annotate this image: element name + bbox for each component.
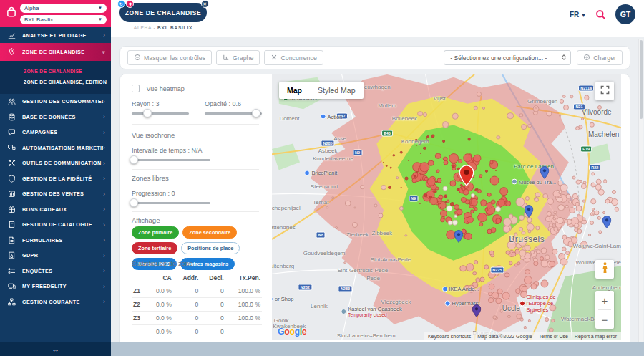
data-circle-marker[interactable] [598,230,602,234]
fullscreen-button[interactable] [595,82,614,100]
data-circle-marker[interactable] [439,195,444,200]
data-circle-marker[interactable] [470,198,478,206]
sidebar-item-zone[interactable]: ZONE DE CHALANDISE▾ [0,43,111,61]
data-circle-marker[interactable] [474,260,479,264]
data-circle-marker[interactable] [495,170,497,171]
sidebar-item-surveys[interactable]: ENQUÊTES› [0,264,111,279]
data-circle-marker[interactable] [437,201,441,205]
progression-slider[interactable] [132,198,210,207]
data-circle-marker[interactable] [521,124,527,130]
data-circle-marker[interactable] [506,250,511,255]
data-circle-marker[interactable] [487,202,493,208]
attribution-link[interactable]: Report a map error [575,334,617,339]
data-circle-marker[interactable] [537,250,541,254]
data-circle-marker[interactable] [540,256,544,261]
heatmap-checkbox[interactable] [132,85,140,92]
data-circle-marker[interactable] [590,122,595,128]
attribution-link[interactable]: Map data ©2022 Google [477,334,532,339]
data-circle-marker[interactable] [345,200,351,206]
data-circle-marker[interactable] [547,198,554,205]
page-scrollbar[interactable] [638,39,643,342]
data-circle-marker[interactable] [559,114,562,117]
opacity-slider-thumb[interactable] [252,109,260,117]
display-badge[interactable]: Zone secondaire [182,226,237,239]
data-circle-marker[interactable] [563,105,569,110]
tab-refresh-badge-icon[interactable]: ↻ [117,0,125,8]
map-poi[interactable]: or Shop [272,296,293,302]
data-circle-marker[interactable] [487,192,492,197]
sidebar-item-consumers[interactable]: GESTION DES CONSOMMATEURS› [0,94,111,110]
attribution-link[interactable]: Keyboard shortcuts [428,334,471,339]
data-circle-marker[interactable] [605,198,610,203]
data-circle-marker[interactable] [590,198,596,204]
data-circle-marker[interactable] [444,195,447,198]
data-circle-marker[interactable] [502,292,510,300]
sidebar-collapse-button[interactable]: ↔ [0,342,111,356]
google-logo[interactable]: Google [278,327,306,337]
map-poi[interactable]: Musée du Tra... [512,178,556,185]
location-pin-blue[interactable] [602,216,612,231]
data-circle-marker[interactable] [386,165,388,168]
map-poi[interactable]: Action [321,113,343,120]
data-circle-marker[interactable] [452,165,455,168]
data-circle-marker[interactable] [611,199,618,206]
data-circle-marker[interactable] [574,228,578,233]
data-circle-marker[interactable] [590,182,595,187]
data-circle-marker[interactable] [614,207,619,212]
data-circle-marker[interactable] [594,211,599,216]
sidebar-item-loyalty[interactable]: GESTION DE LA FIDÉLITÉ› [0,171,111,187]
data-circle-marker[interactable] [525,245,531,251]
data-circle-marker[interactable] [343,261,346,264]
zoom-in-button[interactable]: + [595,291,614,309]
sidebar-item-communication[interactable]: OUTILS DE COMMUNICATION› [0,155,111,171]
data-circle-marker[interactable] [499,187,508,196]
map-type-map-button[interactable]: Map [279,82,310,99]
workspace-select[interactable]: Alpha▼ [20,4,107,13]
data-circle-marker[interactable] [482,107,485,110]
sidebar-item-gift[interactable]: BONS CADEAUX› [0,202,111,218]
data-circle-marker[interactable] [592,208,595,211]
data-circle-marker[interactable] [466,264,474,272]
data-circle-marker[interactable] [396,176,399,179]
data-circle-marker[interactable] [418,111,424,117]
data-circle-marker[interactable] [443,186,448,191]
data-circle-marker[interactable] [557,196,563,203]
map-poi[interactable]: Kasteel van GaasbeekTemporarily closed [341,306,401,317]
map-type-styled-button[interactable]: Styled Map [310,82,364,99]
data-circle-marker[interactable] [404,177,408,181]
location-pin-blue[interactable] [540,166,549,182]
data-circle-marker[interactable] [399,150,403,154]
data-circle-marker[interactable] [434,190,437,193]
data-circle-marker[interactable] [588,234,591,236]
data-circle-marker[interactable] [390,167,392,169]
data-circle-marker[interactable] [488,283,494,289]
data-circle-marker[interactable] [559,253,563,257]
data-circle-marker[interactable] [442,140,445,143]
tab-pin-badge-icon[interactable] [126,0,134,8]
search-icon[interactable] [595,9,606,20]
data-circle-marker[interactable] [560,258,568,266]
data-circle-marker[interactable] [474,208,478,211]
data-circle-marker[interactable] [335,226,338,229]
data-circle-marker[interactable] [490,175,499,185]
hide-controls-button[interactable]: Masquer les contrôles [127,50,212,65]
data-circle-marker[interactable] [551,319,555,323]
data-circle-marker[interactable] [516,314,522,319]
data-circle-marker[interactable] [509,261,513,265]
data-circle-marker[interactable] [467,138,471,141]
data-circle-marker[interactable] [423,112,427,117]
data-circle-marker[interactable] [527,124,532,128]
map-poi[interactable]: IKEA Ande... [441,286,479,292]
radius-slider-thumb[interactable] [143,109,152,117]
data-circle-marker[interactable] [491,227,497,233]
map-poi[interactable]: Cliniques de l'Europe de Bruxelles [519,294,577,313]
interval-slider-thumb[interactable] [130,155,138,164]
opacity-slider[interactable] [205,109,262,117]
data-circle-marker[interactable] [479,174,483,178]
zoom-out-button[interactable]: − [595,310,614,329]
data-circle-marker[interactable] [503,226,510,233]
data-circle-marker[interactable] [521,286,527,292]
data-circle-marker[interactable] [379,213,384,218]
tab-close-icon[interactable]: ✕ [201,0,209,8]
data-circle-marker[interactable] [545,254,550,260]
